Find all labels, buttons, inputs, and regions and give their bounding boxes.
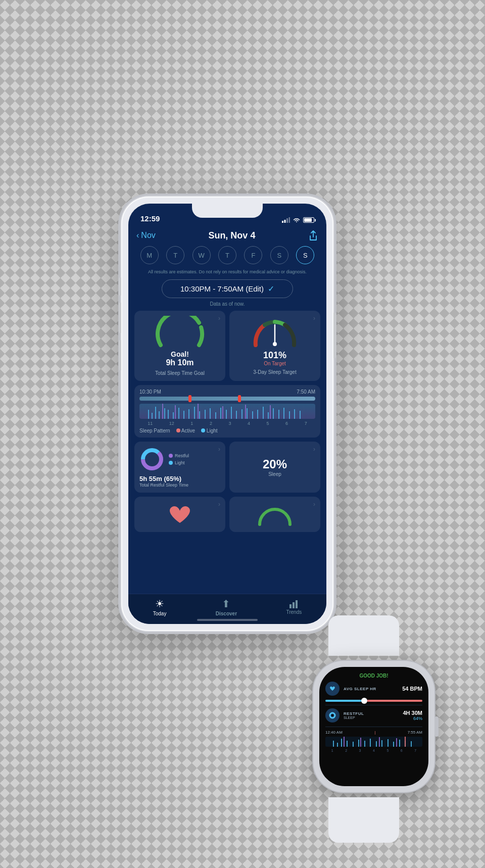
hr-range-knob [361,698,367,704]
goal-card[interactable]: › Goal! 9h 10m Total Sleep Time Goal [134,311,225,381]
day-label: W [198,252,204,259]
hr-range-bar [325,700,422,702]
day-sunday[interactable]: S [296,246,314,264]
watch-tick-2: 2 [345,749,347,752]
pattern-end-time: 7:50 AM [297,389,315,395]
avg-label: AVG [344,687,353,691]
light-legend-label: Light [175,460,185,465]
watch-time-marker: | [374,730,375,735]
sleep-pct-arrow: › [313,446,315,453]
sleep-time-edit-button[interactable]: 10:30PM - 7:50AM (Edit) ✓ [162,279,293,298]
share-button[interactable] [308,230,318,241]
goal-card-arrow: › [218,315,220,322]
donut-container: Restful Light [139,447,220,472]
goal-title: Goal! [139,350,220,358]
day-friday[interactable]: F [244,246,262,264]
pattern-start-time: 10:30 PM [139,389,161,395]
watch-mini-viz [325,737,422,747]
restful-time: 4H 30M [403,710,422,716]
avg-hr-info: AVG SLEEP HR [344,687,402,691]
tab-trends-label: Trends [286,609,302,615]
nav-back-button[interactable]: ‹ Nov [136,231,156,240]
pattern-label: Sleep Pattern [139,428,170,433]
restful-card-arrow: › [218,446,220,453]
day-selector: M T W T F S S [128,243,326,267]
day-monday[interactable]: M [140,246,159,264]
restful-label: Total Restful Sleep Time [139,483,220,488]
light-legend-item: Light [201,428,217,433]
power-button [333,313,336,358]
day-thursday[interactable]: T [218,246,236,264]
restful-sleep-icon [325,708,340,722]
signal-icon [282,217,290,223]
bar-chart-icon [289,599,299,608]
goal-arch-card[interactable]: › [229,497,320,532]
watch-divider-1 [325,705,422,705]
tab-discover[interactable]: ⬆ Discover [216,598,237,616]
tab-discover-label: Discover [216,611,237,616]
watch-tick-6: 6 [401,749,403,752]
apple-watch-mockup: GOOD JOB! AVG SLEEP HR 54 BPM [303,646,445,807]
heart-row: › › [128,497,326,532]
restful-sleep-card[interactable]: › Restful [134,442,225,493]
sleep-time-label: 10:30PM - 7:50AM (Edit) [180,284,264,293]
heart-rate-icon [325,682,340,696]
share-icon [308,230,318,241]
restful-values: 4H 30M 64% [403,710,422,721]
target-status: On Target [234,361,315,366]
watch-divider-2 [325,727,422,727]
tab-today[interactable]: ☀ Today [153,598,167,616]
sleep-ticks: 11 12 1 2 3 4 5 6 7 [139,421,315,426]
pattern-legend: Sleep Pattern Active Light [139,428,315,433]
phone-notch [192,204,263,218]
active-legend-label: Active [181,428,195,433]
tick-1: 1 [190,421,193,426]
light-legend-label: Light [207,428,218,433]
avg-hr-value: 54 BPM [402,686,422,692]
volume-down-button [119,340,121,370]
back-label: Nov [141,231,155,240]
day-tuesday[interactable]: T [166,246,184,264]
watch-times: 12:40 AM | 7:55 AM [325,730,422,735]
goal-text: Goal! 9h 10m [139,350,220,367]
day-label: T [225,252,229,259]
target-gauge [250,316,300,348]
top-cards-row: › Goal! 9h 10m Total Sleep Time Goal [128,311,326,381]
target-card[interactable]: › 101% [229,311,320,381]
target-card-arrow: › [313,315,315,322]
watch-tick-3: 3 [359,749,361,752]
watch-start-time: 12:40 AM [325,730,343,735]
sleep-percent-label: Sleep [268,471,281,477]
day-saturday[interactable]: S [270,246,288,264]
svg-rect-3 [289,217,290,223]
restful-title: RESTFUL [344,711,403,716]
restful-subtitle: SLEEP [344,716,403,719]
svg-rect-9 [293,602,295,608]
sun-icon: ☀ [155,598,164,610]
svg-point-12 [331,714,333,716]
tick-3: 3 [228,421,231,426]
watch-tick-5: 5 [386,749,389,752]
target-card-label: 3-Day Sleep Target [234,369,315,375]
sleep-visualization [139,404,315,419]
tab-trends[interactable]: Trends [286,599,302,615]
active-legend-item: Active [176,428,195,433]
svg-point-5 [273,342,277,346]
tick-6: 6 [285,421,288,426]
day-label: T [173,252,177,259]
tick-4: 4 [248,421,250,426]
phone-mockup: 12:59 [121,197,333,631]
battery-icon [303,217,314,223]
day-wednesday[interactable]: W [192,246,211,264]
day-label: S [303,252,308,259]
tick-5: 5 [267,421,269,426]
check-icon: ✓ [268,284,274,294]
chevron-left-icon: ‹ [136,231,139,240]
donut-icon-small [329,712,336,719]
sleep-percent-card[interactable]: › 20% Sleep [229,442,320,493]
good-job-text: GOOD JOB! [325,673,422,679]
heart-card-arrow: › [218,501,220,508]
bottom-cards-row: › Restful [128,442,326,493]
watch-end-time: 7:55 AM [408,730,422,735]
heart-rate-card[interactable]: › [134,497,225,532]
